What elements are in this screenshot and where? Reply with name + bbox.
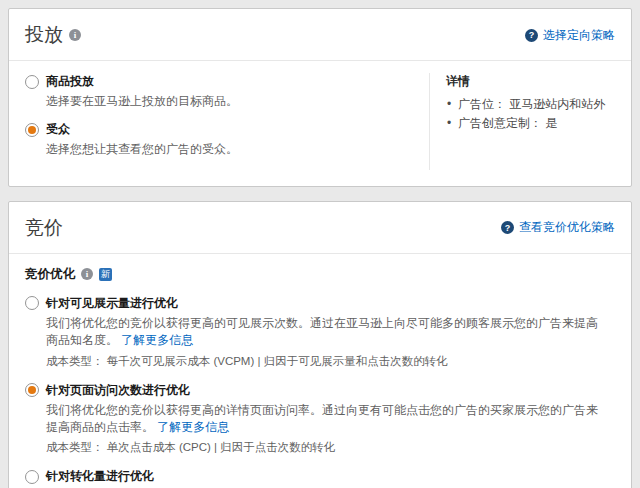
campaign-setup-page: 投放 i ? 选择定向策略 商品投放 选择要在亚马逊上投放的目标商品。 [0, 0, 640, 488]
learn-more-link[interactable]: 了解更多信息 [121, 333, 193, 347]
targeting-title: 投放 [25, 22, 63, 48]
targeting-option-audiences: 受众 选择您想让其查看您的广告的受众。 [25, 121, 429, 158]
targeting-option-desc: 选择要在亚马逊上投放的目标商品。 [46, 93, 429, 110]
bid-optimization-sub-header: 竞价优化 i 新 [25, 266, 615, 283]
bid-optimization-info-icon[interactable]: i [81, 268, 93, 280]
bid-option-radio-row[interactable]: 针对页面访问次数进行优化 [25, 382, 615, 399]
bidding-title-row: 竞价 [25, 215, 63, 241]
question-circle-icon: ? [525, 29, 538, 42]
targeting-option-label: 商品投放 [46, 73, 94, 90]
targeting-option-label: 受众 [46, 121, 70, 138]
bid-optimization-title: 竞价优化 [25, 266, 75, 283]
targeting-card: 投放 i ? 选择定向策略 商品投放 选择要在亚马逊上投放的目标商品。 [8, 8, 632, 187]
bid-option-desc: 我们将优化您的竞价以获得更高的可见展示次数。通过在亚马逊上向尽可能多的顾客展示您… [46, 315, 606, 350]
view-bid-optimization-link[interactable]: 查看竞价优化策略 [519, 219, 615, 236]
targeting-option-products: 商品投放 选择要在亚马逊上投放的目标商品。 [25, 73, 429, 110]
details-item-placement: 广告位： 亚马逊站内和站外 [446, 95, 615, 114]
bidding-strategy-link-row: ? 查看竞价优化策略 [501, 219, 615, 236]
radio-checked-icon[interactable] [25, 383, 39, 397]
bidding-title: 竞价 [25, 215, 63, 241]
new-badge: 新 [99, 268, 112, 281]
radio-unchecked-icon[interactable] [25, 75, 39, 89]
targeting-title-row: 投放 i [25, 22, 81, 48]
details-list: 广告位： 亚马逊站内和站外 广告创意定制： 是 [446, 95, 615, 133]
targeting-strategy-link-row: ? 选择定向策略 [525, 27, 615, 44]
targeting-option-products-radio-row[interactable]: 商品投放 [25, 73, 429, 90]
question-circle-icon: ? [501, 221, 514, 234]
targeting-option-audiences-radio-row[interactable]: 受众 [25, 121, 429, 138]
targeting-details-panel: 详情 广告位： 亚马逊站内和站外 广告创意定制： 是 [429, 73, 615, 170]
radio-checked-icon[interactable] [25, 123, 39, 137]
bidding-card: 竞价 ? 查看竞价优化策略 竞价优化 i 新 针对可见展示量进行优化 我们将优化… [8, 201, 632, 488]
bid-option-desc-text: 我们将优化您的竞价以获得更高的详情页面访问率。通过向更有可能点击您的广告的买家展… [46, 403, 598, 434]
radio-unchecked-icon[interactable] [25, 470, 39, 484]
learn-more-link[interactable]: 了解更多信息 [157, 420, 229, 434]
bid-option-conversions: 针对转化量进行优化 我们将优化您的竞价以获得更高的转化率。通过向更有可能购买商品… [25, 468, 615, 488]
bid-option-label: 针对转化量进行优化 [46, 468, 154, 485]
radio-unchecked-icon[interactable] [25, 296, 39, 310]
bidding-card-body: 竞价优化 i 新 针对可见展示量进行优化 我们将优化您的竞价以获得更高的可见展示… [9, 254, 631, 488]
bid-option-viewable-impressions: 针对可见展示量进行优化 我们将优化您的竞价以获得更高的可见展示次数。通过在亚马逊… [25, 295, 615, 369]
targeting-option-desc: 选择您想让其查看您的广告的受众。 [46, 141, 429, 158]
bid-option-radio-row[interactable]: 针对可见展示量进行优化 [25, 295, 615, 312]
targeting-card-body: 商品投放 选择要在亚马逊上投放的目标商品。 受众 选择您想让其查看您的广告的受众… [9, 61, 631, 186]
targeting-card-header: 投放 i ? 选择定向策略 [9, 9, 631, 61]
bid-option-cost-type: 成本类型： 每千次可见展示成本 (VCPM) | 归因于可见展示量和点击次数的转… [46, 354, 615, 369]
bid-option-cost-type: 成本类型： 单次点击成本 (CPC) | 归因于点击次数的转化 [46, 440, 615, 455]
bidding-card-header: 竞价 ? 查看竞价优化策略 [9, 202, 631, 254]
bid-option-radio-row[interactable]: 针对转化量进行优化 [25, 468, 615, 485]
details-item-creative: 广告创意定制： 是 [446, 114, 615, 133]
details-title: 详情 [446, 73, 615, 90]
bid-option-page-visits: 针对页面访问次数进行优化 我们将优化您的竞价以获得更高的详情页面访问率。通过向更… [25, 382, 615, 456]
targeting-info-icon[interactable]: i [69, 29, 81, 41]
bid-option-label: 针对页面访问次数进行优化 [46, 382, 190, 399]
bid-option-desc: 我们将优化您的竞价以获得更高的详情页面访问率。通过向更有可能点击您的广告的买家展… [46, 402, 606, 437]
targeting-options: 商品投放 选择要在亚马逊上投放的目标商品。 受众 选择您想让其查看您的广告的受众… [25, 73, 429, 170]
bid-option-label: 针对可见展示量进行优化 [46, 295, 178, 312]
choose-targeting-strategy-link[interactable]: 选择定向策略 [543, 27, 615, 44]
